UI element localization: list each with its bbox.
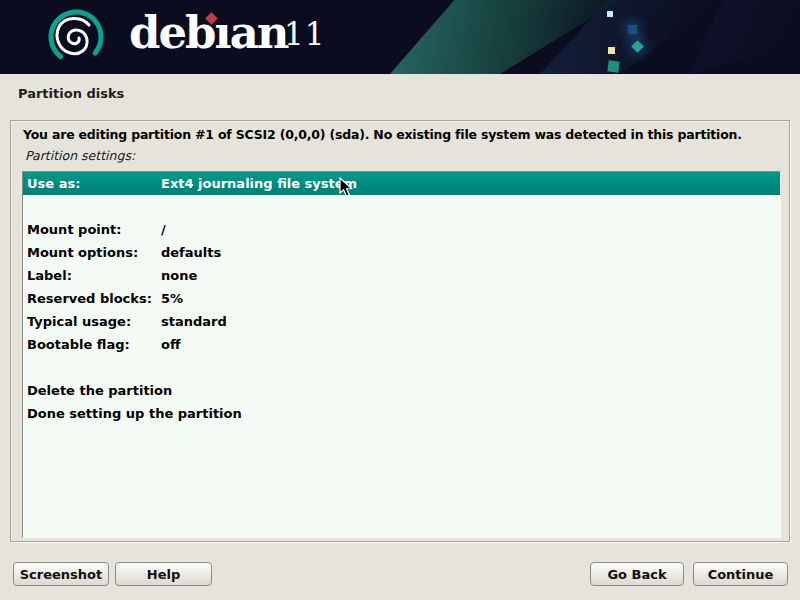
list-item-value: Ext4 journaling file system — [161, 172, 357, 195]
banner-art-spark — [607, 11, 613, 17]
list-item-label: Label: — [27, 264, 72, 287]
list-item[interactable]: Use as:Ext4 journaling file system — [23, 172, 780, 195]
continue-button[interactable]: Continue — [693, 562, 788, 586]
banner-art-spark — [608, 47, 615, 54]
partition-info-text: You are editing partition #1 of SCSI2 (0… — [23, 127, 773, 142]
list-item[interactable]: Reserved blocks:5% — [23, 287, 780, 310]
list-item[interactable]: Mount point:/ — [23, 218, 780, 241]
list-item-label: Use as: — [27, 172, 80, 195]
list-item-label: Reserved blocks: — [27, 287, 152, 310]
banner-art-spark — [607, 60, 619, 72]
list-item-label: Mount options: — [27, 241, 138, 264]
partition-settings-label: Partition settings: — [25, 148, 135, 163]
list-item-label: Delete the partition — [27, 379, 172, 402]
list-item-value: off — [161, 333, 180, 356]
debian-logo-text: debıan — [129, 4, 288, 62]
list-item-label: Done setting up the partition — [27, 402, 242, 425]
list-item-value: / — [161, 218, 166, 241]
help-button[interactable]: Help — [115, 562, 212, 586]
list-item-value: none — [161, 264, 197, 287]
list-item-spacer — [23, 195, 780, 218]
page-title: Partition disks — [18, 86, 124, 101]
banner-art-corner-beam — [690, 0, 800, 74]
list-item[interactable]: Bootable flag:off — [23, 333, 780, 356]
banner-art-spark — [628, 25, 637, 34]
list-item-label: Bootable flag: — [27, 333, 130, 356]
list-item-spacer — [23, 356, 780, 379]
list-item-label: Mount point: — [27, 218, 121, 241]
list-item[interactable]: Delete the partition — [23, 379, 780, 402]
list-item[interactable]: Label:none — [23, 264, 780, 287]
list-item-value: 5% — [161, 287, 183, 310]
debian-swirl-icon — [46, 6, 106, 66]
list-item[interactable]: Done setting up the partition — [23, 402, 780, 425]
list-item[interactable]: Mount options:defaults — [23, 241, 780, 264]
screenshot-button[interactable]: Screenshot — [13, 562, 109, 586]
banner: debıan 11 — [0, 0, 800, 74]
list-item-value: standard — [161, 310, 227, 333]
debian-version: 11 — [284, 16, 325, 52]
content-frame: You are editing partition #1 of SCSI2 (0… — [10, 120, 790, 542]
list-item-label: Typical usage: — [27, 310, 131, 333]
list-item-value: defaults — [161, 241, 221, 264]
partition-settings-list[interactable]: Use as:Ext4 journaling file systemMount … — [22, 171, 781, 538]
list-item[interactable]: Typical usage:standard — [23, 310, 780, 333]
go-back-button[interactable]: Go Back — [590, 562, 684, 586]
